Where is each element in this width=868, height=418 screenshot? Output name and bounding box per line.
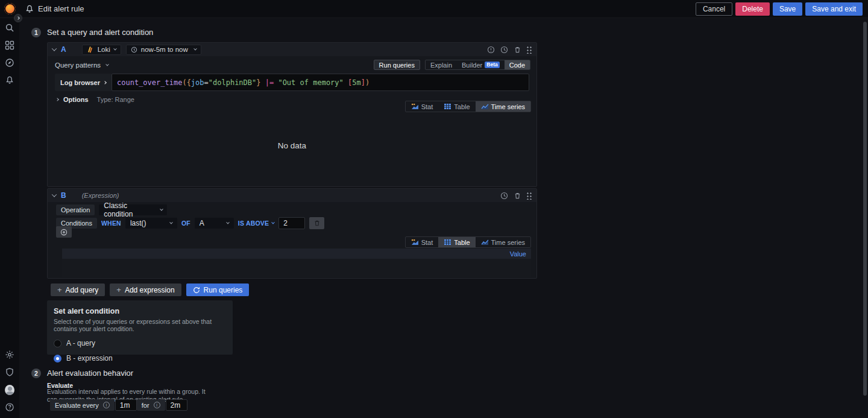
explore-compass-icon[interactable] <box>5 58 14 68</box>
run-queries-inline-button[interactable]: Run queries <box>374 60 420 70</box>
add-condition-button[interactable] <box>56 226 72 238</box>
help-icon[interactable] <box>5 402 14 412</box>
threshold-input[interactable] <box>278 217 305 229</box>
step-1-number: 1 <box>31 28 41 37</box>
chevron-right-icon <box>55 98 59 101</box>
alerting-bell-icon[interactable] <box>5 75 14 85</box>
condition-option-a-query[interactable]: A - query <box>54 339 226 347</box>
datasource-picker[interactable]: Loki <box>82 45 121 55</box>
scrollbar-thumb[interactable] <box>863 22 867 396</box>
stat-view-toggle[interactable]: Stat <box>406 237 439 247</box>
drag-handle[interactable] <box>526 46 532 54</box>
query-a-panel: A Loki now-5m to now <box>47 42 537 187</box>
info-icon[interactable]: i <box>103 402 110 408</box>
main-content: 1 Set a query and alert condition A Loki… <box>19 18 868 418</box>
code-toggle[interactable]: Code <box>505 60 530 69</box>
chevron-down-icon <box>105 62 109 66</box>
expression-b-header: B (Expression) <box>48 189 536 202</box>
expression-b-panel: B (Expression) Operation Classic conditi… <box>47 188 537 279</box>
expand-sidebar-button[interactable] <box>14 14 22 22</box>
expression-history-clock-icon[interactable] <box>500 191 508 200</box>
bell-icon <box>25 4 34 14</box>
time-series-view-toggle[interactable]: Time series <box>476 237 530 247</box>
no-data-message: No data <box>48 141 536 150</box>
chevron-down-icon <box>226 221 230 224</box>
reducer-function-select[interactable]: last() <box>125 218 177 229</box>
set-alert-condition-card: Set alert condition Select one of your q… <box>47 300 233 355</box>
trash-icon <box>313 220 321 227</box>
query-a-header: A Loki now-5m to now <box>48 43 536 56</box>
table-view-toggle[interactable]: Table <box>438 101 475 112</box>
time-range-picker[interactable]: now-5m to now <box>126 45 201 55</box>
query-patterns-dropdown[interactable]: Query patterns <box>55 62 108 69</box>
operation-label: Operation <box>56 204 95 215</box>
time-series-icon <box>481 103 489 110</box>
stat-view-toggle[interactable]: Stat <box>406 101 439 112</box>
operation-select[interactable]: Classic condition <box>99 204 167 215</box>
collapse-query-a-icon[interactable] <box>52 46 57 51</box>
query-code-input[interactable]: count_over_time({job="dolphinDB"} |= "Ou… <box>112 74 529 91</box>
collapse-expression-b-icon[interactable] <box>52 192 57 197</box>
cancel-button[interactable]: Cancel <box>696 2 732 16</box>
dashboards-icon[interactable] <box>5 40 14 50</box>
chevron-down-icon <box>169 221 173 224</box>
grafana-logo[interactable] <box>0 3 19 14</box>
time-series-view-toggle[interactable]: Time series <box>476 101 530 112</box>
delete-button[interactable]: Delete <box>735 2 770 16</box>
result-table-header: Value <box>62 249 531 259</box>
save-and-exit-button[interactable]: Save and exit <box>805 2 863 16</box>
comparator-dropdown[interactable]: IS ABOVE <box>238 220 274 227</box>
chevron-right-icon <box>103 81 107 84</box>
panel-a-view-toggle: Stat Table Time series <box>405 101 531 112</box>
for-label: for i <box>137 399 165 411</box>
delete-query-trash-icon[interactable] <box>513 45 521 54</box>
query-toolbar: Query patterns Run queries Explain Build… <box>48 56 536 72</box>
evaluate-every-input[interactable] <box>115 399 137 411</box>
time-series-icon <box>481 239 489 245</box>
evaluate-interval-row: Evaluate every i for i <box>50 399 187 411</box>
drag-handle[interactable] <box>526 192 532 200</box>
condition-card-description: Select one of your queries or expression… <box>54 318 226 332</box>
options-toggle[interactable]: Options <box>63 96 89 103</box>
condition-option-b-expression[interactable]: B - expression <box>54 354 226 363</box>
save-button[interactable]: Save <box>773 2 802 16</box>
add-query-button[interactable]: +Add query <box>51 283 105 296</box>
admin-shield-icon[interactable] <box>5 367 14 377</box>
min-interval-info-icon[interactable] <box>486 45 495 54</box>
value-column-header[interactable]: Value <box>510 250 526 258</box>
panel-b-view-toggle: Stat Table Time series <box>405 236 531 248</box>
builder-toggle[interactable]: BuilderBeta <box>457 60 505 69</box>
delete-expression-trash-icon[interactable] <box>513 191 521 200</box>
search-icon[interactable] <box>5 23 14 33</box>
explain-toggle[interactable]: Explain <box>426 60 457 69</box>
top-header: Edit alert rule Cancel Delete Save Save … <box>0 0 868 18</box>
radio-icon <box>54 355 61 363</box>
log-browser-button[interactable]: Log browser <box>55 74 112 91</box>
query-a-ref: A <box>61 45 66 54</box>
result-table-body <box>62 259 531 277</box>
datasource-name: Loki <box>98 46 110 53</box>
step-2-number: 2 <box>31 369 41 378</box>
settings-gear-icon[interactable] <box>5 350 14 359</box>
operation-row: Operation Classic condition <box>56 204 536 215</box>
radio-icon <box>54 340 61 347</box>
table-view-toggle[interactable]: Table <box>438 237 475 247</box>
page-title: Edit alert rule <box>38 4 84 13</box>
user-avatar[interactable] <box>5 385 14 394</box>
query-history-clock-icon[interactable] <box>500 45 508 54</box>
delete-condition-button[interactable] <box>309 217 324 229</box>
beta-badge: Beta <box>485 62 499 68</box>
step-2-title: Alert evaluation behavior <box>47 369 133 378</box>
info-icon[interactable]: i <box>154 402 160 408</box>
run-queries-button[interactable]: Run queries <box>186 283 250 296</box>
stat-icon <box>411 239 419 245</box>
query-ref-select[interactable]: A <box>195 218 234 229</box>
of-keyword: OF <box>181 220 190 227</box>
evaluate-every-label: Evaluate every i <box>50 399 115 411</box>
add-expression-button[interactable]: +Add expression <box>110 283 181 296</box>
table-icon <box>444 103 451 110</box>
left-sidebar <box>0 18 19 418</box>
scrollbar-track[interactable] <box>863 19 867 417</box>
for-input[interactable] <box>166 399 187 411</box>
query-editor-row: Log browser count_over_time({job="dolphi… <box>55 74 529 91</box>
